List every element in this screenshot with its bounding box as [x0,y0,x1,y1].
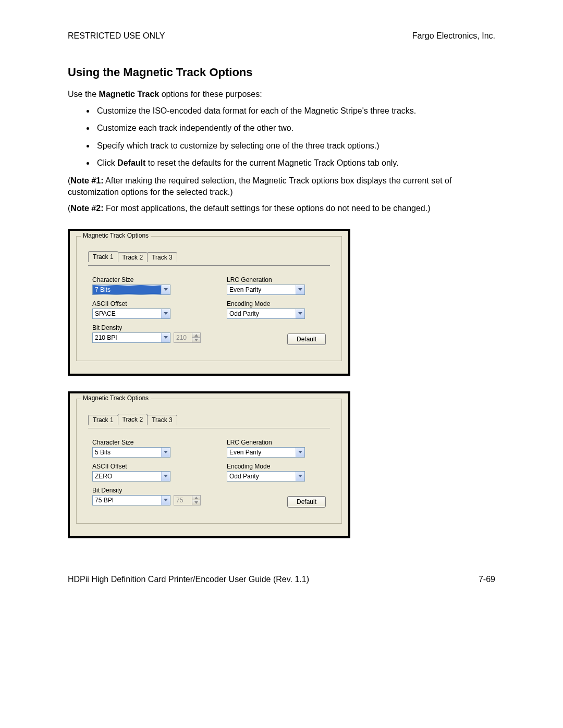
label-enc-mode: Encoding Mode [227,463,326,470]
combo-char-size[interactable]: 5 Bits [92,447,170,458]
label-lrc-gen: LRC Generation [227,276,326,283]
tab-row: Track 1 Track 2 Track 3 [88,414,332,425]
chevron-up-icon [192,496,200,500]
tab-track-3[interactable]: Track 3 [147,415,177,425]
spinner-bpi: 210 [174,332,201,343]
combo-enc-mode[interactable]: Odd Parity [227,471,305,482]
default-button[interactable]: Default [287,334,326,345]
tab-track-3[interactable]: Track 3 [147,252,177,262]
groupbox-title: Magnetic Track Options [81,394,151,402]
label-enc-mode: Encoding Mode [227,300,326,307]
chevron-down-icon[interactable] [161,309,170,318]
chevron-down-icon[interactable] [161,448,170,457]
list-item: Click Default to reset the defaults for … [95,157,495,169]
tab-track-2[interactable]: Track 2 [118,414,148,425]
combo-ascii-offset[interactable]: SPACE [92,309,170,319]
chevron-down-icon[interactable] [296,472,304,481]
chevron-down-icon [192,337,200,342]
combo-lrc-gen[interactable]: Even Parity [227,447,305,458]
label-bit-density: Bit Density [92,324,201,331]
bullet-list: Customize the ISO-encoded data format fo… [68,105,495,169]
chevron-down-icon[interactable] [161,496,170,505]
label-ascii-offset: ASCII Offset [92,463,201,470]
chevron-down-icon[interactable] [161,333,170,342]
combo-bit-density[interactable]: 210 BPI [92,332,170,343]
tab-row: Track 1 Track 2 Track 3 [88,251,332,262]
label-ascii-offset: ASCII Offset [92,300,201,307]
chevron-down-icon[interactable] [296,448,304,457]
section-title: Using the Magnetic Track Options [68,66,495,79]
label-char-size: Character Size [92,439,201,446]
footer-left: HDPii High Definition Card Printer/Encod… [68,575,309,584]
list-item: Customize the ISO-encoded data format fo… [95,105,495,117]
screenshot-track2: Magnetic Track Options Track 1 Track 2 T… [68,391,350,538]
chevron-down-icon[interactable] [296,309,304,318]
tab-track-1[interactable]: Track 1 [88,251,118,262]
list-item: Customize each track independently of th… [95,122,495,134]
intro-paragraph: Use the Magnetic Track options for these… [68,89,495,100]
tab-track-1[interactable]: Track 1 [88,415,118,425]
groupbox-title: Magnetic Track Options [81,232,151,239]
header-left: RESTRICTED USE ONLY [68,31,165,41]
list-item: Specify which track to customize by sele… [95,140,495,152]
note-2: (Note #2: For most applications, the def… [68,203,495,214]
chevron-down-icon[interactable] [161,472,170,481]
label-char-size: Character Size [92,276,201,283]
spinner-bpi: 75 [174,495,201,505]
chevron-down-icon[interactable] [296,285,304,294]
chevron-up-icon [192,333,200,338]
note-1: (Note #1: After making the required sele… [68,175,495,198]
label-lrc-gen: LRC Generation [227,439,326,446]
chevron-down-icon[interactable] [161,285,170,294]
default-button[interactable]: Default [287,496,326,508]
screenshot-track1: Magnetic Track Options Track 1 Track 2 T… [68,229,350,376]
tab-track-2[interactable]: Track 2 [118,252,148,262]
header-right: Fargo Electronics, Inc. [412,31,495,41]
combo-lrc-gen[interactable]: Even Parity [227,285,305,295]
chevron-down-icon [192,500,200,505]
combo-ascii-offset[interactable]: ZERO [92,471,170,482]
combo-bit-density[interactable]: 75 BPI [92,495,170,505]
footer-page: 7-69 [479,575,495,584]
label-bit-density: Bit Density [92,487,201,494]
combo-enc-mode[interactable]: Odd Parity [227,309,305,319]
combo-char-size[interactable]: 7 Bits [92,285,170,295]
